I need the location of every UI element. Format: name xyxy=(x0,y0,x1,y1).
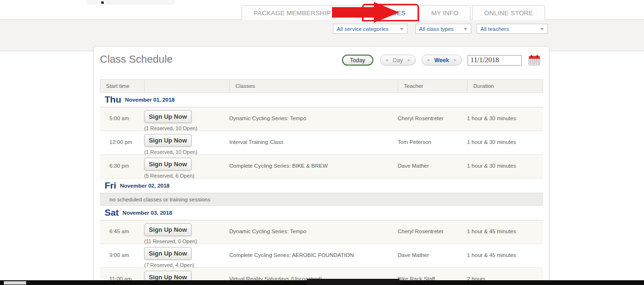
day-next-icon[interactable]: ► xyxy=(407,58,411,62)
column-header-duration: Duration xyxy=(468,80,543,92)
class-name: Interval Training Class xyxy=(229,131,398,155)
day-name: Sat xyxy=(105,208,119,218)
day-view-control[interactable]: ◄ Day ► xyxy=(380,55,416,66)
column-header-classes: Classes xyxy=(230,80,398,92)
week-view-control[interactable]: ◄ Week ► xyxy=(421,55,462,66)
filters: All service categories▼All class types▼A… xyxy=(333,24,548,34)
signup-cell: Sign Up Now(7 Reserved, 4 Open) xyxy=(144,244,229,268)
class-name: Dynamic Cycling Series: Tempo xyxy=(229,220,398,244)
start-time: 6:45 am xyxy=(100,220,144,244)
class-name: Dynamic Cycling Series: Tempo xyxy=(229,107,398,131)
class-schedule-panel: Class Schedule Today ◄ Day ► ◄ Week ► xyxy=(93,46,549,285)
availability-text: (11 Reserved, 0 Open) xyxy=(144,238,229,244)
signup-cell: Sign Up Now(1 Reserved, 10 Open) xyxy=(144,107,229,131)
sign-up-now-button[interactable]: Sign Up Now xyxy=(144,247,192,260)
tab-online-store[interactable]: ONLINE STORE xyxy=(472,5,545,20)
day-view-label[interactable]: Day xyxy=(393,57,403,64)
day-name: Thu xyxy=(105,95,121,105)
availability-text: (1 Reserved, 10 Open) xyxy=(144,149,229,155)
calendar-icon[interactable] xyxy=(528,55,540,66)
tab-bar: PACKAGE MEMBERSHIP PCLASSESMY INFOONLINE… xyxy=(242,5,545,20)
day-prev-icon[interactable]: ◄ xyxy=(385,58,389,62)
sign-up-now-button[interactable]: Sign Up Now xyxy=(144,134,192,147)
column-header-blank xyxy=(145,80,230,92)
start-time: 5:00 am xyxy=(100,107,144,131)
chevron-down-icon[interactable]: ▼ xyxy=(462,27,468,31)
table-row: 6:30 pmSign Up Now(5 Reserved, 6 Open)Co… xyxy=(100,155,543,179)
taskbar-window-chip xyxy=(307,279,400,285)
duration-text: 1 hour & 30 minutes xyxy=(467,131,543,155)
teacher-name: Cheryl Rosentreter xyxy=(398,220,467,244)
duration-text: 1 hour & 45 minutes xyxy=(467,244,543,268)
teacher-name: Cheryl Rosentreter xyxy=(398,107,467,131)
day-header: ThuNovember 01, 2018 xyxy=(100,93,543,107)
no-classes-message: no scheduled classes or training session… xyxy=(100,193,543,206)
date-input[interactable] xyxy=(468,55,522,66)
table-row: 9:00 amSign Up Now(7 Reserved, 4 Open)Co… xyxy=(100,244,543,268)
chevron-down-icon[interactable]: ▼ xyxy=(539,27,545,31)
duration-text: 1 hour & 30 minutes xyxy=(467,107,543,131)
start-time: 9:00 am xyxy=(100,244,144,268)
tab-package-membership-p[interactable]: PACKAGE MEMBERSHIP P xyxy=(242,5,361,20)
days-container: ThuNovember 01, 20185:00 amSign Up Now(1… xyxy=(100,93,543,285)
day-header: SatNovember 03, 2018 xyxy=(100,206,543,220)
day-name: Fri xyxy=(105,180,116,191)
day-date: November 03, 2018 xyxy=(123,210,172,216)
filter-label: All service categories xyxy=(337,26,389,32)
signup-cell: Sign Up Now(1 Reserved, 10 Open) xyxy=(144,131,229,155)
teacher-name: Tom Peterson xyxy=(398,131,467,155)
day-header: FriNovember 02, 2018 xyxy=(100,179,543,193)
table-row: 5:00 amSign Up Now(1 Reserved, 10 Open)D… xyxy=(100,107,543,131)
sign-up-now-button[interactable]: Sign Up Now xyxy=(144,158,192,171)
tab-classes[interactable]: CLASSES xyxy=(363,5,418,20)
taskbar-start-chip xyxy=(4,281,26,285)
teacher-name: Dave Mather xyxy=(398,244,467,268)
page-title: Class Schedule xyxy=(100,53,173,66)
filter-label: All teachers xyxy=(480,26,509,32)
column-header-start-time: Start time xyxy=(100,80,145,92)
week-prev-icon[interactable]: ◄ xyxy=(426,58,430,62)
table-row: 6:45 amSign Up Now(11 Reserved, 0 Open)D… xyxy=(100,220,543,244)
day-date: November 01, 2018 xyxy=(125,97,175,103)
logo xyxy=(87,0,175,5)
logo-dot xyxy=(101,1,104,4)
start-time: 12:00 pm xyxy=(100,131,144,155)
signup-cell: Sign Up Now(11 Reserved, 0 Open) xyxy=(144,220,229,244)
week-next-icon[interactable]: ► xyxy=(453,58,457,62)
taskbar-edge xyxy=(0,280,644,285)
teacher-name: Dave Mather xyxy=(398,155,467,179)
availability-text: (1 Reserved, 10 Open) xyxy=(144,125,229,131)
class-name: Complete Cycling Series: AEROBIC FOUNDAT… xyxy=(229,244,398,268)
top-bar: PACKAGE MEMBERSHIP PCLASSESMY INFOONLINE… xyxy=(0,0,644,20)
duration-text: 1 hour & 30 minutes xyxy=(467,155,543,179)
sign-up-now-button[interactable]: Sign Up Now xyxy=(144,223,192,236)
column-header-teacher: Teacher xyxy=(398,80,468,92)
schedule-controls: Today ◄ Day ► ◄ Week ► xyxy=(342,55,540,66)
class-name: Complete Cycling Series: BIKE & BREW xyxy=(229,155,398,179)
signup-cell: Sign Up Now(5 Reserved, 6 Open) xyxy=(144,155,229,179)
availability-text: (5 Reserved, 6 Open) xyxy=(144,173,229,179)
duration-text: 1 hour & 45 minutes xyxy=(467,220,543,244)
schedule-table: Start timeClassesTeacherDuration ThuNove… xyxy=(100,79,543,285)
filter-all-service-categories[interactable]: All service categories▼ xyxy=(333,24,408,34)
availability-text: (7 Reserved, 4 Open) xyxy=(144,262,229,268)
table-row: 12:00 pmSign Up Now(1 Reserved, 10 Open)… xyxy=(100,131,543,155)
day-date: November 02, 2018 xyxy=(120,183,169,189)
table-header-row: Start timeClassesTeacherDuration xyxy=(100,79,543,93)
filter-all-teachers[interactable]: All teachers▼ xyxy=(477,24,548,34)
start-time: 6:30 pm xyxy=(100,155,144,179)
week-view-label[interactable]: Week xyxy=(434,57,449,64)
sign-up-now-button[interactable]: Sign Up Now xyxy=(144,110,192,123)
today-label: Today xyxy=(350,57,365,64)
today-button[interactable]: Today xyxy=(342,55,373,66)
filter-label: All class types xyxy=(419,26,454,32)
chevron-down-icon[interactable]: ▼ xyxy=(399,27,404,31)
filter-all-class-types[interactable]: All class types▼ xyxy=(415,24,471,34)
tab-my-info[interactable]: MY INFO xyxy=(420,5,470,20)
